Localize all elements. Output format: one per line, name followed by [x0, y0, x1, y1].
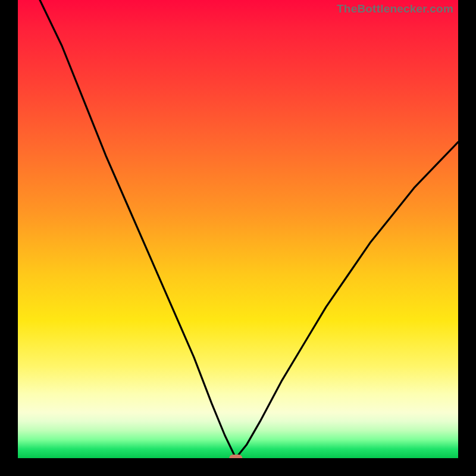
gradient-plot-area — [18, 0, 458, 458]
minimum-marker — [229, 455, 242, 458]
curve-overlay — [18, 0, 458, 458]
chart-frame: TheBottlenecker.com — [0, 0, 476, 476]
bottleneck-curve — [18, 0, 458, 458]
attribution-text: TheBottlenecker.com — [337, 2, 453, 15]
